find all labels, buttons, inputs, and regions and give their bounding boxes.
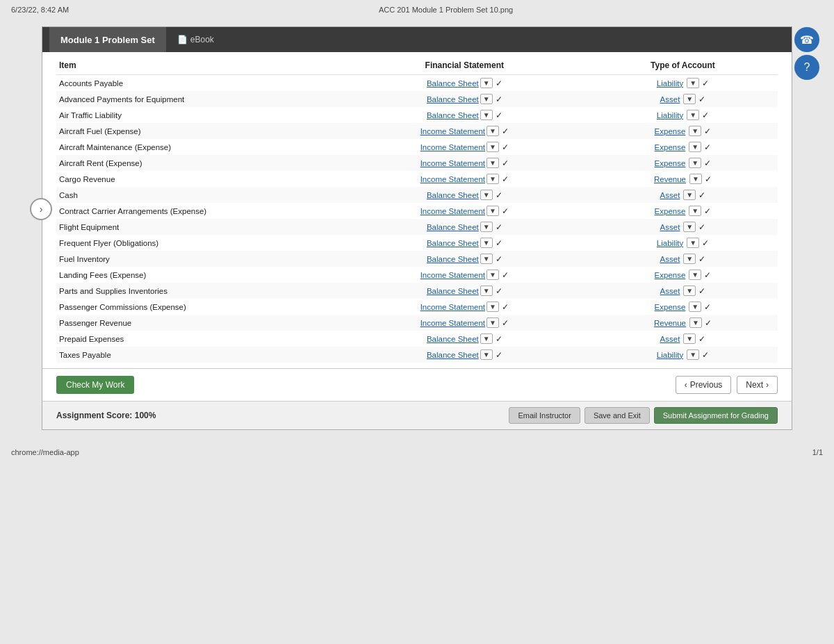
account-type-checkmark: ✓ [698, 94, 705, 104]
account-type-dropdown-arrow[interactable]: ▼ [683, 222, 696, 232]
type-of-account-cell: Revenue ▼ ✓ [588, 315, 778, 331]
fin-stmt-dropdown-link[interactable]: Balance Sheet [427, 351, 479, 359]
fin-stmt-dropdown-arrow[interactable]: ▼ [480, 349, 493, 360]
account-type-dropdown-arrow[interactable]: ▼ [687, 78, 699, 88]
help-icon[interactable]: ? [794, 55, 819, 80]
fin-stmt-dropdown-link[interactable]: Balance Sheet [427, 191, 479, 199]
save-exit-button[interactable]: Save and Exit [584, 407, 650, 424]
ebook-tab[interactable]: 📄 eBook [166, 31, 225, 49]
account-type-link[interactable]: Expense [655, 207, 686, 215]
account-type-link[interactable]: Revenue [654, 319, 686, 327]
fin-stmt-dropdown-link[interactable]: Income Statement [420, 319, 485, 327]
fin-stmt-dropdown-arrow[interactable]: ▼ [480, 190, 493, 200]
table-row: Aircraft Maintenance (Expense) Income St… [56, 139, 778, 155]
account-type-link[interactable]: Expense [655, 127, 686, 135]
account-type-dropdown-arrow[interactable]: ▼ [683, 286, 696, 296]
fin-stmt-dropdown-link[interactable]: Income Statement [420, 271, 485, 279]
fin-stmt-dropdown-arrow[interactable]: ▼ [486, 206, 499, 216]
fin-stmt-dropdown-link[interactable]: Balance Sheet [427, 223, 479, 231]
account-type-link[interactable]: Asset [660, 191, 680, 199]
account-type-dropdown-arrow[interactable]: ▼ [689, 174, 702, 184]
chevron-right-icon: › [766, 380, 769, 390]
fin-stmt-dropdown-arrow[interactable]: ▼ [480, 110, 493, 120]
type-of-account-cell: Asset ▼ ✓ [588, 219, 778, 235]
account-type-dropdown-arrow[interactable]: ▼ [687, 238, 699, 248]
account-type-link[interactable]: Asset [660, 223, 680, 231]
fin-stmt-dropdown-link[interactable]: Balance Sheet [427, 287, 479, 295]
fin-stmt-dropdown-link[interactable]: Balance Sheet [427, 111, 479, 119]
account-type-link[interactable]: Liability [657, 79, 683, 88]
account-type-dropdown-arrow[interactable]: ▼ [689, 158, 701, 168]
fin-stmt-dropdown-arrow[interactable]: ▼ [486, 302, 499, 312]
table-row: Passenger Revenue Income Statement ▼ ✓ R… [56, 315, 778, 331]
fin-stmt-dropdown-link[interactable]: Balance Sheet [427, 79, 479, 88]
fin-stmt-dropdown-arrow[interactable]: ▼ [486, 174, 499, 184]
financial-statement-cell: Balance Sheet ▼ ✓ [341, 331, 588, 347]
meta-top-center: ACC 201 Module 1 Problem Set 10.png [379, 6, 513, 14]
account-type-dropdown-arrow[interactable]: ▼ [689, 302, 701, 312]
account-type-link[interactable]: Asset [660, 335, 680, 343]
fin-stmt-dropdown-arrow[interactable]: ▼ [480, 254, 493, 264]
account-type-link[interactable]: Expense [655, 159, 686, 167]
account-type-link[interactable]: Asset [660, 287, 680, 295]
fin-stmt-checkmark: ✓ [502, 142, 509, 152]
fin-stmt-dropdown-arrow[interactable]: ▼ [480, 78, 493, 88]
account-type-link[interactable]: Liability [657, 111, 683, 119]
account-type-dropdown-arrow[interactable]: ▼ [689, 270, 701, 280]
account-type-link[interactable]: Liability [657, 239, 683, 247]
fin-stmt-dropdown-arrow[interactable]: ▼ [486, 317, 499, 328]
account-type-link[interactable]: Expense [655, 303, 686, 311]
account-type-dropdown-arrow[interactable]: ▼ [689, 317, 702, 328]
fin-stmt-dropdown-arrow[interactable]: ▼ [480, 333, 493, 344]
item-cell: Accounts Payable [56, 75, 341, 92]
fin-stmt-dropdown-arrow[interactable]: ▼ [480, 222, 493, 232]
left-chevron-button[interactable]: › [30, 198, 52, 220]
email-instructor-button[interactable]: Email Instructor [509, 407, 580, 424]
account-type-link[interactable]: Revenue [654, 175, 686, 183]
account-type-link[interactable]: Asset [660, 255, 680, 263]
account-type-dropdown-arrow[interactable]: ▼ [683, 94, 696, 104]
table-row: Frequent Flyer (Obligations) Balance She… [56, 235, 778, 251]
fin-stmt-dropdown-arrow[interactable]: ▼ [486, 126, 499, 136]
account-type-dropdown-arrow[interactable]: ▼ [689, 142, 701, 152]
account-type-dropdown-arrow[interactable]: ▼ [683, 190, 696, 200]
financial-statement-cell: Balance Sheet ▼ ✓ [341, 283, 588, 299]
fin-stmt-dropdown-link[interactable]: Balance Sheet [427, 95, 479, 104]
fin-stmt-dropdown-link[interactable]: Income Statement [420, 303, 485, 311]
submit-button[interactable]: Submit Assignment for Grading [654, 407, 778, 424]
financial-statement-cell: Income Statement ▼ ✓ [341, 171, 588, 187]
fin-stmt-dropdown-link[interactable]: Income Statement [420, 159, 485, 167]
next-button[interactable]: Next › [737, 376, 778, 394]
fin-stmt-dropdown-link[interactable]: Balance Sheet [427, 255, 479, 263]
fin-stmt-dropdown-arrow[interactable]: ▼ [486, 142, 499, 152]
account-type-dropdown-arrow[interactable]: ▼ [687, 110, 699, 120]
financial-statement-cell: Income Statement ▼ ✓ [341, 203, 588, 219]
fin-stmt-dropdown-arrow[interactable]: ▼ [480, 286, 493, 296]
table-row: Cargo Revenue Income Statement ▼ ✓ Reven… [56, 171, 778, 187]
fin-stmt-dropdown-arrow[interactable]: ▼ [480, 238, 493, 248]
fin-stmt-dropdown-link[interactable]: Income Statement [420, 127, 485, 135]
type-of-account-cell: Expense ▼ ✓ [588, 155, 778, 171]
previous-button[interactable]: ‹ Previous [676, 376, 732, 394]
fin-stmt-dropdown-link[interactable]: Balance Sheet [427, 335, 479, 343]
account-type-link[interactable]: Liability [657, 351, 683, 359]
account-type-dropdown-arrow[interactable]: ▼ [689, 206, 701, 216]
fin-stmt-checkmark: ✓ [496, 238, 502, 248]
account-type-dropdown-arrow[interactable]: ▼ [683, 254, 696, 264]
fin-stmt-dropdown-link[interactable]: Income Statement [420, 207, 485, 215]
account-type-link[interactable]: Expense [655, 271, 686, 279]
fin-stmt-dropdown-link[interactable]: Balance Sheet [427, 239, 479, 247]
headset-icon[interactable]: ☎ [794, 27, 819, 52]
account-type-dropdown-arrow[interactable]: ▼ [687, 349, 699, 360]
fin-stmt-dropdown-link[interactable]: Income Statement [420, 143, 485, 151]
account-type-dropdown-arrow[interactable]: ▼ [683, 333, 696, 344]
item-cell: Contract Carrier Arrangements (Expense) [56, 203, 341, 219]
fin-stmt-dropdown-arrow[interactable]: ▼ [480, 94, 493, 104]
check-my-work-button[interactable]: Check My Work [56, 376, 134, 394]
fin-stmt-dropdown-arrow[interactable]: ▼ [486, 270, 499, 280]
account-type-dropdown-arrow[interactable]: ▼ [689, 126, 701, 136]
account-type-link[interactable]: Asset [660, 95, 680, 104]
fin-stmt-dropdown-link[interactable]: Income Statement [420, 175, 485, 183]
fin-stmt-dropdown-arrow[interactable]: ▼ [486, 158, 499, 168]
account-type-link[interactable]: Expense [655, 143, 686, 151]
